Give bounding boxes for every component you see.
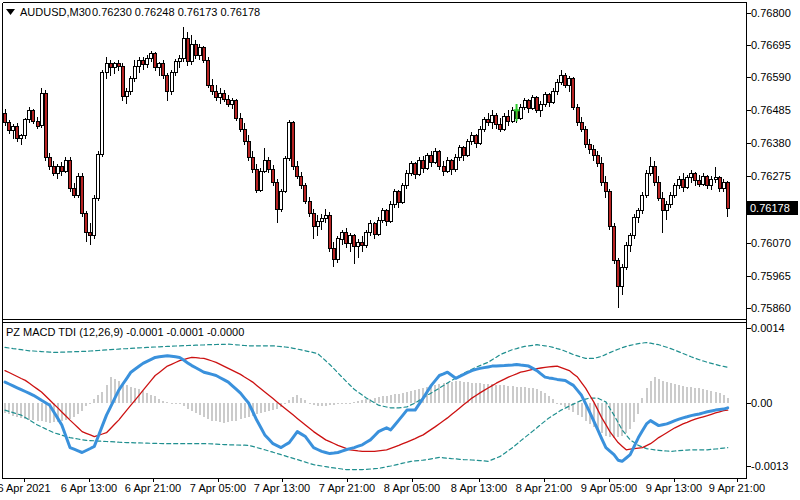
price-axis-label: 0.76800 (751, 7, 791, 19)
indicator-axis-label: 0.0014 (751, 322, 785, 334)
price-axis-label: 0.75860 (751, 302, 791, 314)
time-axis-label: 8 Apr 21:00 (516, 482, 572, 494)
time-axis-label: 7 Apr 13:00 (254, 482, 310, 494)
time-axis-label: 8 Apr 05:00 (384, 482, 440, 494)
indicator-name-label: PZ MACD TDI (12,26,9) -0.0001 -0.0001 -0… (6, 326, 244, 338)
price-axis-label: 0.76485 (751, 104, 791, 116)
current-price-badge: 0.76178 (747, 201, 798, 215)
time-axis-label: 6 Apr 2021 (0, 482, 51, 494)
price-chart-area[interactable] (2, 2, 746, 319)
price-axis-label: 0.76070 (751, 237, 791, 249)
time-axis-label: 9 Apr 05:00 (581, 482, 637, 494)
chart-canvas: AUDUSD,M30 0.76230 0.76248 0.76173 0.761… (0, 0, 800, 500)
price-axis-label: 0.76380 (751, 137, 791, 149)
time-axis-label: 7 Apr 21:00 (319, 482, 375, 494)
mt4-chart-window: AUDUSD,M30 0.76230 0.76248 0.76173 0.761… (0, 0, 800, 500)
time-axis-label: 7 Apr 05:00 (190, 482, 246, 494)
current-price-value: 0.76178 (750, 202, 790, 214)
price-axis-label: 0.76275 (751, 170, 791, 182)
indicator-axis-label: -0.0013 (751, 460, 788, 472)
price-axis-label: 0.76590 (751, 71, 791, 83)
symbol-timeframe-label: AUDUSD,M30 (20, 6, 91, 18)
time-axis-label: 9 Apr 13:00 (646, 482, 702, 494)
time-axis-label: 6 Apr 13:00 (61, 482, 117, 494)
price-axis-label: 0.76695 (751, 39, 791, 51)
price-axis-label: 0.75965 (751, 270, 791, 282)
time-axis-label: 9 Apr 21:00 (709, 482, 765, 494)
time-axis-label: 8 Apr 13:00 (451, 482, 507, 494)
time-axis-label: 6 Apr 21:00 (125, 482, 181, 494)
indicator-axis-label: 0.00 (751, 397, 772, 409)
ohlc-values-label: 0.76230 0.76248 0.76173 0.76178 (92, 6, 260, 18)
